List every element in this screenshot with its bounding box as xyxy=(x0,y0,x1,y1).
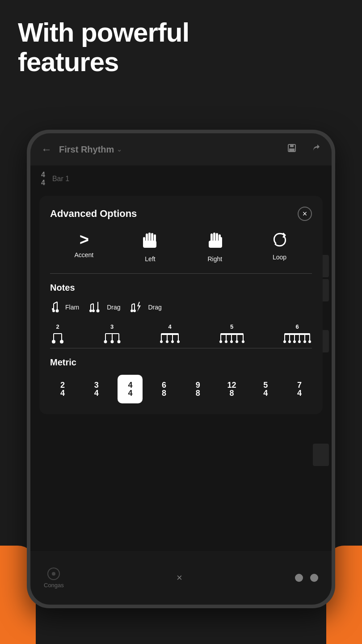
modal-close-button[interactable]: × xyxy=(298,207,312,221)
svg-point-72 xyxy=(288,340,291,343)
tuplet-4[interactable]: 4 xyxy=(159,323,181,344)
svg-point-35 xyxy=(52,340,55,343)
svg-point-48 xyxy=(160,340,163,343)
flam-icon xyxy=(50,300,63,314)
metric-title: Metric xyxy=(50,357,312,368)
notes-title: Notes xyxy=(50,283,312,293)
svg-point-29 xyxy=(130,309,133,312)
drag1-label: Drag xyxy=(107,304,120,311)
drag1-icon xyxy=(88,300,104,314)
modal-header: Advanced Options × xyxy=(50,207,312,221)
options-row: > Accent xyxy=(50,232,312,263)
option-right[interactable]: Right xyxy=(207,232,223,263)
svg-point-27 xyxy=(97,309,100,313)
svg-point-42 xyxy=(110,340,114,343)
svg-rect-14 xyxy=(209,241,222,248)
metric-2-4[interactable]: 2 4 xyxy=(50,375,75,403)
drag2-icon xyxy=(129,300,145,314)
phone-frame: ← First Rhythm ⌄ xyxy=(27,130,335,608)
svg-point-20 xyxy=(52,308,54,310)
left-hand-icon xyxy=(142,232,158,252)
svg-point-76 xyxy=(298,340,301,343)
metric-4-4[interactable]: 4 4 xyxy=(118,375,143,403)
flam-label: Flam xyxy=(65,304,79,311)
left-label: Left xyxy=(145,255,155,263)
divider-2 xyxy=(50,348,312,348)
svg-point-50 xyxy=(166,340,168,343)
metric-9-8[interactable]: 9 8 xyxy=(185,375,210,403)
phone-inner: ← First Rhythm ⌄ xyxy=(30,133,332,605)
svg-rect-10 xyxy=(213,233,215,242)
loop-label: Loop xyxy=(273,254,286,261)
headline-section: With powerful features xyxy=(18,18,344,77)
svg-rect-4 xyxy=(148,233,151,242)
svg-point-18 xyxy=(56,309,59,313)
svg-point-74 xyxy=(293,340,296,343)
svg-rect-6 xyxy=(154,234,156,242)
option-left[interactable]: Left xyxy=(142,232,158,263)
metric-5-4[interactable]: 5 4 xyxy=(253,375,278,403)
right-hand-icon xyxy=(207,232,223,252)
svg-line-19 xyxy=(54,302,57,304)
svg-point-80 xyxy=(308,340,311,343)
svg-point-52 xyxy=(171,340,174,343)
svg-point-44 xyxy=(117,340,120,343)
advanced-options-modal: Advanced Options × > Accent xyxy=(39,196,323,414)
tuplet-row: 2 3 xyxy=(50,323,312,344)
svg-point-24 xyxy=(92,309,95,312)
notes-section: Notes xyxy=(50,283,312,344)
headline-text: With powerful features xyxy=(18,18,344,77)
accent-icon: > xyxy=(79,232,88,248)
svg-point-58 xyxy=(219,340,222,343)
option-accent[interactable]: > Accent xyxy=(74,232,93,263)
svg-point-78 xyxy=(303,340,306,343)
notes-items-row: Flam xyxy=(50,300,312,314)
modal-title: Advanced Options xyxy=(50,208,137,220)
divider-1 xyxy=(50,273,312,274)
svg-point-22 xyxy=(89,309,92,312)
option-loop[interactable]: Loop xyxy=(272,232,288,263)
accent-label: Accent xyxy=(74,251,93,258)
tuplet-2[interactable]: 2 xyxy=(50,323,65,344)
svg-point-66 xyxy=(242,340,244,343)
svg-point-62 xyxy=(230,340,233,343)
drag1-item[interactable]: Drag xyxy=(88,300,120,314)
svg-point-40 xyxy=(104,340,107,343)
svg-point-70 xyxy=(283,340,286,343)
metric-3-4[interactable]: 3 4 xyxy=(84,375,109,403)
svg-rect-3 xyxy=(146,233,148,242)
metric-section: Metric 2 4 3 4 4 4 6 xyxy=(50,357,312,403)
metric-6-8[interactable]: 6 8 xyxy=(152,375,177,403)
svg-point-60 xyxy=(225,340,227,343)
drag2-label: Drag xyxy=(148,304,161,311)
metric-7-4[interactable]: 7 4 xyxy=(287,375,312,403)
drag2-item[interactable]: Drag xyxy=(129,300,161,314)
svg-point-31 xyxy=(133,309,136,312)
svg-rect-5 xyxy=(151,233,153,242)
metric-12-8[interactable]: 12 8 xyxy=(219,375,244,403)
tuplet-5[interactable]: 5 xyxy=(219,323,245,344)
metric-row: 2 4 3 4 4 4 6 8 xyxy=(50,375,312,403)
flam-item[interactable]: Flam xyxy=(50,300,79,314)
svg-point-54 xyxy=(177,340,180,343)
svg-rect-11 xyxy=(216,233,218,242)
tuplet-6[interactable]: 6 xyxy=(282,323,312,344)
svg-rect-9 xyxy=(210,233,213,242)
tuplet-3[interactable]: 3 xyxy=(103,323,122,344)
svg-point-37 xyxy=(60,340,63,343)
svg-point-64 xyxy=(236,340,238,343)
svg-rect-8 xyxy=(143,241,156,248)
right-label: Right xyxy=(207,255,222,263)
loop-icon xyxy=(272,232,288,250)
